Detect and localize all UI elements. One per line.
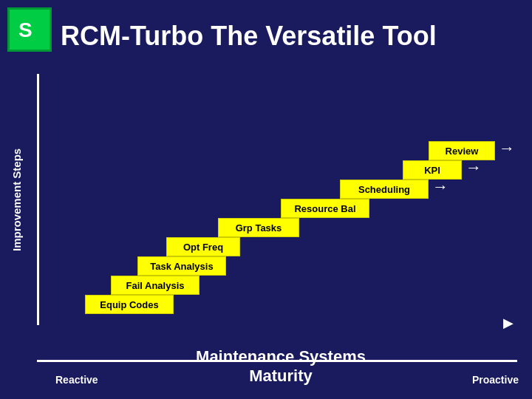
y-axis-label: Improvement Steps <box>10 81 23 318</box>
logo: S <box>7 7 52 52</box>
step-resource-bal: Resource Bal <box>281 199 369 218</box>
label-reactive: Reactive <box>55 374 98 386</box>
arrow-0: → <box>499 139 515 158</box>
step-grp-tasks: Grp Tasks <box>218 218 299 237</box>
arrow-1: → <box>466 158 482 177</box>
page-title: RCM-Turbo The Versatile Tool <box>61 21 437 52</box>
step-task-analysis: Task Analysis <box>137 256 226 276</box>
step-review: Review <box>429 141 495 160</box>
chart-area: Equip CodesFail AnalysisTask AnalysisOpt… <box>37 74 517 355</box>
label-maturity: Maintenance Systems Maturity <box>163 347 399 386</box>
step-equip-codes: Equip Codes <box>85 295 174 314</box>
arrow-2: → <box>432 177 449 197</box>
step-opt-freq: Opt Freq <box>166 237 240 256</box>
step-fail-analysis: Fail Analysis <box>111 276 200 295</box>
y-axis-line <box>37 74 39 325</box>
svg-text:S: S <box>18 18 33 41</box>
x-axis-arrow: ▶ <box>503 315 514 331</box>
step-scheduling: Scheduling <box>340 180 429 199</box>
label-proactive: Proactive <box>472 374 519 386</box>
